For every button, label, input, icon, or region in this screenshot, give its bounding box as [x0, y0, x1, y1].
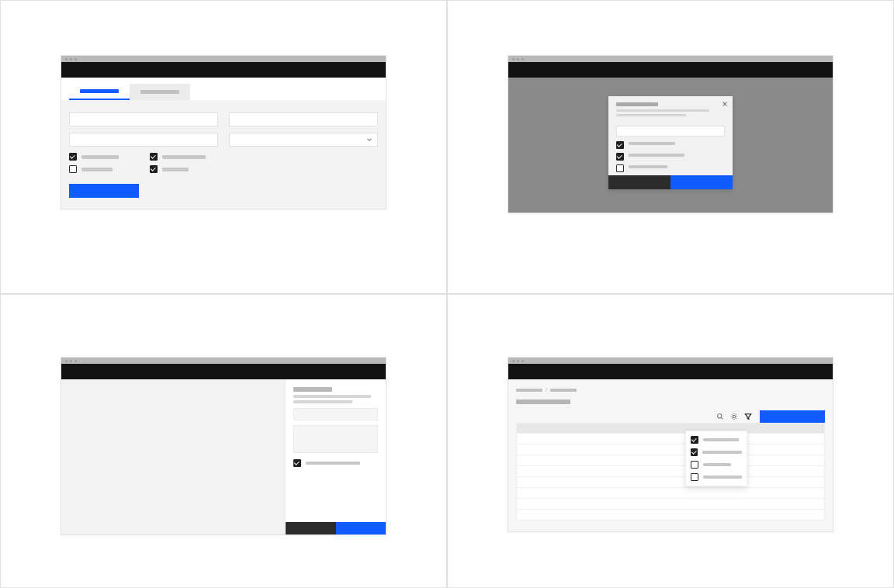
wireframe-side-drawer: Side panel title Description for the sid…: [61, 357, 386, 535]
checkbox-label: Agreement checkbox label: [306, 462, 360, 465]
checkbox-label: Filter D: [703, 476, 742, 479]
chevron-down-icon: [366, 137, 372, 143]
svg-point-4: [733, 415, 735, 417]
breadcrumb-separator: /: [546, 387, 547, 393]
checkbox-icon: [150, 153, 158, 161]
checkbox-label: Option two: [81, 168, 113, 171]
checkbox-label: Option one: [81, 155, 119, 159]
checkbox-option-2[interactable]: Option two: [69, 165, 119, 173]
cancel-button[interactable]: Cancel: [608, 175, 670, 189]
checkbox-label: Checkbox option A: [629, 142, 675, 145]
app-header: [508, 62, 833, 78]
table-header-row: [517, 424, 824, 433]
gear-icon: [730, 410, 738, 424]
filter-option-2[interactable]: Filter B: [691, 448, 742, 456]
wireframe-tabs-form: Active tab Inactive tab: [61, 55, 386, 209]
table-row[interactable]: [517, 455, 824, 465]
checkbox-icon: [691, 473, 698, 481]
close-button[interactable]: [721, 99, 729, 107]
tab-inactive[interactable]: Inactive tab: [130, 84, 190, 100]
table-row[interactable]: [517, 498, 824, 509]
svg-line-3: [721, 417, 722, 419]
modal-checkbox-2[interactable]: Checkbox option B: [616, 153, 725, 161]
drawer-textarea[interactable]: [293, 425, 378, 453]
submit-button[interactable]: Submit: [69, 184, 139, 198]
tab-active[interactable]: Active tab: [69, 84, 130, 100]
filter-icon: [744, 410, 752, 424]
table-row[interactable]: [517, 433, 824, 444]
checkbox-option-4[interactable]: Option four: [150, 165, 206, 173]
modal-checkbox-3[interactable]: Checkbox option C: [616, 164, 725, 172]
checkbox-icon: [616, 153, 624, 161]
app-header: [61, 62, 386, 78]
filter-option-1[interactable]: Filter A: [691, 436, 742, 444]
checkbox-label: Filter B: [702, 451, 742, 454]
wireframe-modal: Modal title Supporting description text …: [508, 55, 833, 213]
data-table: [516, 423, 825, 521]
table-row[interactable]: [517, 444, 824, 455]
drawer-description: Description for the side panel content. …: [293, 395, 378, 403]
checkbox-icon: [69, 165, 77, 173]
breadcrumb-item[interactable]: Subsection: [550, 389, 577, 392]
checkbox-icon: [691, 461, 698, 469]
checkbox-label: Checkbox option C: [629, 165, 667, 168]
app-header: [508, 364, 833, 379]
confirm-button[interactable]: Confirm: [670, 175, 733, 189]
app-header: [61, 364, 386, 379]
close-icon: [722, 96, 728, 110]
modal-checkbox-1[interactable]: Checkbox option A: [616, 141, 725, 149]
checkbox-icon: [691, 436, 698, 444]
filter-dropdown: Filter A Filter B Filter C Filter D: [685, 431, 747, 486]
text-input-3[interactable]: [69, 133, 218, 147]
checkbox-label: Option four: [162, 168, 189, 171]
modal-description: Supporting description text line one goe…: [616, 109, 709, 112]
text-input-1[interactable]: [69, 112, 218, 126]
checkbox-option-1[interactable]: Option one: [69, 153, 119, 161]
checkbox-icon: [150, 165, 158, 173]
svg-point-2: [718, 414, 722, 418]
table-row[interactable]: [517, 487, 824, 498]
checkbox-label: Filter A: [703, 438, 739, 441]
modal-description: Second line of description.: [616, 114, 686, 116]
window-titlebar: [61, 358, 386, 364]
wireframe-data-table: Section / Subsection Page title Search: [508, 357, 833, 532]
text-input-2[interactable]: [229, 112, 378, 126]
checkbox-label: Option three: [162, 155, 206, 159]
table-row[interactable]: [517, 476, 824, 487]
checkbox-option-3[interactable]: Option three: [150, 153, 206, 161]
svg-marker-5: [745, 414, 751, 420]
drawer-checkbox[interactable]: Agreement checkbox label: [293, 459, 378, 467]
filter-option-3[interactable]: Filter C: [691, 461, 742, 469]
filter-button[interactable]: Filter: [741, 410, 755, 423]
window-titlebar: [508, 358, 833, 364]
side-drawer: Side panel title Description for the sid…: [285, 379, 386, 534]
modal-dialog: Modal title Supporting description text …: [608, 96, 733, 189]
select-input[interactable]: [229, 133, 378, 147]
checkbox-icon: [293, 459, 301, 467]
drawer-text-input[interactable]: [293, 408, 378, 420]
settings-button[interactable]: Settings: [727, 410, 741, 423]
table-row[interactable]: [517, 465, 824, 476]
cancel-button[interactable]: Cancel: [286, 522, 336, 534]
search-icon: [716, 410, 724, 424]
drawer-title: Side panel title: [293, 387, 378, 392]
window-titlebar: [508, 56, 833, 62]
checkbox-icon: [69, 153, 77, 161]
search-button[interactable]: Search: [713, 410, 727, 423]
page-title: Page title: [516, 399, 825, 404]
table-toolbar: Search Settings Filter: [516, 410, 825, 423]
filter-option-4[interactable]: Filter D: [691, 473, 742, 481]
breadcrumb-item[interactable]: Section: [516, 389, 542, 392]
checkbox-icon: [691, 448, 698, 456]
modal-text-input[interactable]: [616, 126, 725, 137]
checkbox-label: Filter C: [703, 463, 731, 466]
tab-list: Active tab Inactive tab: [61, 78, 386, 100]
window-titlebar: [61, 56, 386, 62]
checkbox-icon: [616, 141, 624, 149]
breadcrumb: Section / Subsection: [516, 387, 825, 393]
primary-action-button[interactable]: Primary action: [760, 410, 825, 423]
checkbox-label: Checkbox option B: [629, 154, 684, 157]
checkbox-icon: [616, 164, 624, 172]
confirm-button[interactable]: Confirm: [336, 522, 386, 534]
table-row[interactable]: [517, 509, 824, 520]
